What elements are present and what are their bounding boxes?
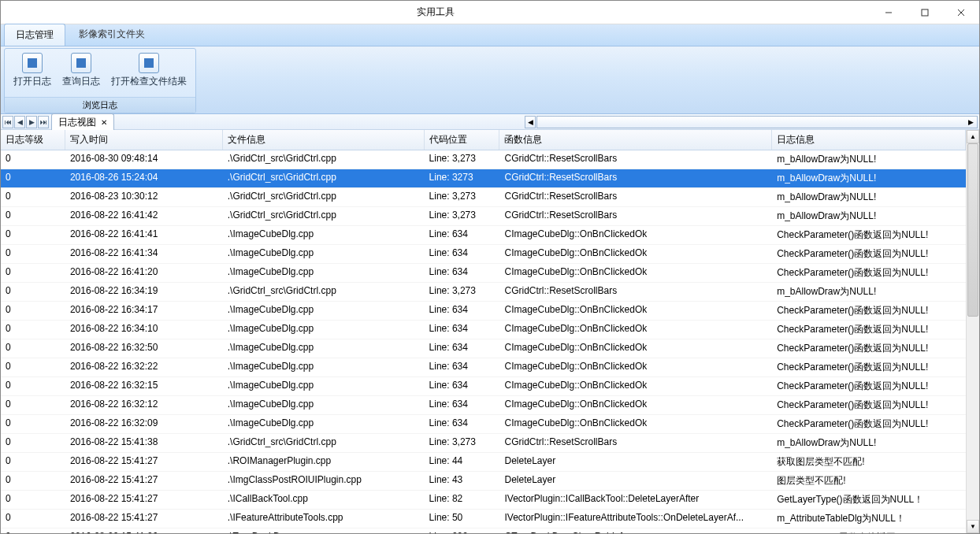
minimize-button[interactable] xyxy=(870,1,907,24)
cell-msg: m_bAllowDraw为NULL! xyxy=(772,169,966,187)
document-tab-label: 日志视图 xyxy=(58,116,96,129)
table-row[interactable]: 02016-08-22 16:41:20.\ImageCubeDlg.cppLi… xyxy=(1,264,966,283)
cell-msg: GetLayerType()函数返回为NULL！ xyxy=(772,491,966,509)
hscroll-right-icon[interactable]: ▶ xyxy=(536,116,978,128)
cell-level: 0 xyxy=(1,491,65,509)
tab-image-index-folder[interactable]: 影像索引文件夹 xyxy=(67,23,157,46)
table-row[interactable]: 02016-08-22 15:41:26.\TreeDockBar.cppLin… xyxy=(1,528,966,533)
cell-func: CGridCtrl::ResetScrollBars xyxy=(499,283,772,301)
tab-log-management[interactable]: 日志管理 xyxy=(4,24,65,46)
scroll-down-icon[interactable]: ▼ xyxy=(967,520,979,533)
header-msg[interactable]: 日志信息 xyxy=(772,130,966,150)
table-row[interactable]: 02016-08-22 15:41:27.\IFeatureAttributeT… xyxy=(1,510,966,528)
nav-next-icon[interactable]: ▶ xyxy=(26,116,37,128)
cell-level: 0 xyxy=(1,321,65,339)
header-file[interactable]: 文件信息 xyxy=(223,130,425,150)
cell-loc: Line: 3,273 xyxy=(425,188,500,206)
log-grid[interactable]: 日志等级 写入时间 文件信息 代码位置 函数信息 日志信息 02016-08-3… xyxy=(1,130,966,533)
cell-level: 0 xyxy=(1,339,65,358)
cell-level: 0 xyxy=(1,169,65,187)
cell-time: 2016-08-22 16:34:19 xyxy=(65,283,223,301)
cell-file: .\ImageCubeDlg.cpp xyxy=(223,396,425,414)
cell-level: 0 xyxy=(1,510,65,528)
titlebar: 实用工具 xyxy=(1,1,979,24)
table-row[interactable]: 02016-08-22 16:34:10.\ImageCubeDlg.cppLi… xyxy=(1,321,966,339)
cell-level: 0 xyxy=(1,453,65,471)
table-row[interactable]: 02016-08-23 10:30:12.\GridCtrl_src\GridC… xyxy=(1,188,966,207)
hscroll-left-icon[interactable]: ◀ xyxy=(525,116,536,128)
cell-func: CGridCtrl::ResetScrollBars xyxy=(499,434,772,452)
table-row[interactable]: 02016-08-22 16:32:09.\ImageCubeDlg.cppLi… xyxy=(1,415,966,434)
cell-file: .\ICallBackTool.cpp xyxy=(223,491,425,509)
document-nav-row: ⏮ ◀ ▶ ⏭ 日志视图 ✕ ◀ ▶ xyxy=(1,114,979,130)
cell-file: .\ImageCubeDlg.cpp xyxy=(223,302,425,320)
cell-file: .\GridCtrl_src\GridCtrl.cpp xyxy=(223,207,425,225)
window-title: 实用工具 xyxy=(1,6,870,19)
cell-msg: m_bAllowDraw为NULL! xyxy=(772,283,966,301)
table-row[interactable]: 02016-08-22 15:41:27.\ICallBackTool.cppL… xyxy=(1,491,966,510)
scroll-track[interactable] xyxy=(967,143,979,520)
cell-loc: Line: 634 xyxy=(425,226,500,244)
cell-time: 2016-08-22 16:41:42 xyxy=(65,207,223,225)
maximize-button[interactable] xyxy=(907,1,943,24)
cell-level: 0 xyxy=(1,472,65,490)
table-row[interactable]: 02016-08-26 15:24:04.\GridCtrl_src\GridC… xyxy=(1,169,966,188)
table-row[interactable]: 02016-08-30 09:48:14.\GridCtrl_src\GridC… xyxy=(1,150,966,169)
cell-time: 2016-08-22 16:32:22 xyxy=(65,358,223,376)
ribbon-group-body: 打开日志 查询日志 打开检查文件结果 xyxy=(5,49,195,97)
cell-file: .\IFeatureAttributeTools.cpp xyxy=(223,510,425,528)
scroll-up-icon[interactable]: ▲ xyxy=(967,130,979,143)
nav-first-icon[interactable]: ⏮ xyxy=(2,116,13,128)
table-row[interactable]: 02016-08-22 16:32:50.\ImageCubeDlg.cppLi… xyxy=(1,339,966,358)
table-row[interactable]: 02016-08-22 15:41:27.\ROIManagerPlugin.c… xyxy=(1,453,966,472)
cell-time: 2016-08-22 16:41:20 xyxy=(65,264,223,282)
cell-func: DeleteLayer xyxy=(499,472,772,490)
cell-msg: m_bAllowDraw为NULL! xyxy=(772,150,966,169)
header-func[interactable]: 函数信息 xyxy=(499,130,772,150)
open-log-button[interactable]: 打开日志 xyxy=(8,50,57,95)
table-row[interactable]: 02016-08-22 16:32:12.\ImageCubeDlg.cppLi… xyxy=(1,396,966,415)
table-row[interactable]: 02016-08-22 16:32:22.\ImageCubeDlg.cppLi… xyxy=(1,358,966,377)
cell-func: IVectorPlugin::ICallBackTool::DeleteLaye… xyxy=(499,491,772,509)
table-row[interactable]: 02016-08-22 16:41:42.\GridCtrl_src\GridC… xyxy=(1,207,966,226)
cell-time: 2016-08-30 09:48:14 xyxy=(65,150,223,169)
close-button[interactable] xyxy=(943,1,979,24)
query-log-icon xyxy=(71,53,91,73)
cell-func: DeleteLayer xyxy=(499,453,772,471)
cell-time: 2016-08-22 15:41:27 xyxy=(65,510,223,528)
cell-msg: m_AttributeTableDlg为NULL！ xyxy=(772,510,966,528)
table-row[interactable]: 02016-08-22 16:41:34.\ImageCubeDlg.cppLi… xyxy=(1,245,966,264)
header-time[interactable]: 写入时间 xyxy=(65,130,223,150)
close-icon[interactable]: ✕ xyxy=(101,118,107,127)
cell-loc: Line: 50 xyxy=(425,510,500,528)
nav-prev-icon[interactable]: ◀ xyxy=(14,116,25,128)
open-check-result-button[interactable]: 打开检查文件结果 xyxy=(106,50,192,95)
table-row[interactable]: 02016-08-22 16:34:19.\GridCtrl_src\GridC… xyxy=(1,283,966,302)
scroll-thumb[interactable] xyxy=(967,143,978,317)
query-log-button[interactable]: 查询日志 xyxy=(57,50,106,95)
cell-level: 0 xyxy=(1,283,65,301)
header-level[interactable]: 日志等级 xyxy=(1,130,65,150)
table-row[interactable]: 02016-08-22 16:32:15.\ImageCubeDlg.cppLi… xyxy=(1,377,966,396)
table-row[interactable]: 02016-08-22 15:41:27.\ImgClassPostROIUIP… xyxy=(1,472,966,491)
query-log-label: 查询日志 xyxy=(62,75,100,88)
open-check-result-icon xyxy=(139,53,159,73)
nav-last-icon[interactable]: ⏭ xyxy=(38,116,49,128)
document-tab-log-view[interactable]: 日志视图 ✕ xyxy=(51,113,114,131)
cell-func: CImageCubeDlg::OnBnClickedOk xyxy=(499,302,772,320)
cell-msg: CheckParameter()函数返回为NULL! xyxy=(772,396,966,414)
cell-file: .\TreeDockBar.cpp xyxy=(223,528,425,533)
cell-level: 0 xyxy=(1,302,65,320)
cell-file: .\ImgClassPostROIUIPlugin.cpp xyxy=(223,472,425,490)
table-row[interactable]: 02016-08-22 15:41:38.\GridCtrl_src\GridC… xyxy=(1,434,966,453)
cell-file: .\ImageCubeDlg.cpp xyxy=(223,415,425,433)
cell-func: CGridCtrl::ResetScrollBars xyxy=(499,207,772,225)
header-loc[interactable]: 代码位置 xyxy=(425,130,500,150)
cell-loc: Line: 634 xyxy=(425,339,500,358)
vertical-scrollbar[interactable]: ▲ ▼ xyxy=(966,130,979,533)
table-row[interactable]: 02016-08-22 16:41:41.\ImageCubeDlg.cppLi… xyxy=(1,226,966,245)
cell-level: 0 xyxy=(1,415,65,433)
cell-func: CImageCubeDlg::OnBnClickedOk xyxy=(499,377,772,395)
table-row[interactable]: 02016-08-22 16:34:17.\ImageCubeDlg.cppLi… xyxy=(1,302,966,321)
cell-msg: CheckParameter()函数返回为NULL! xyxy=(772,358,966,376)
